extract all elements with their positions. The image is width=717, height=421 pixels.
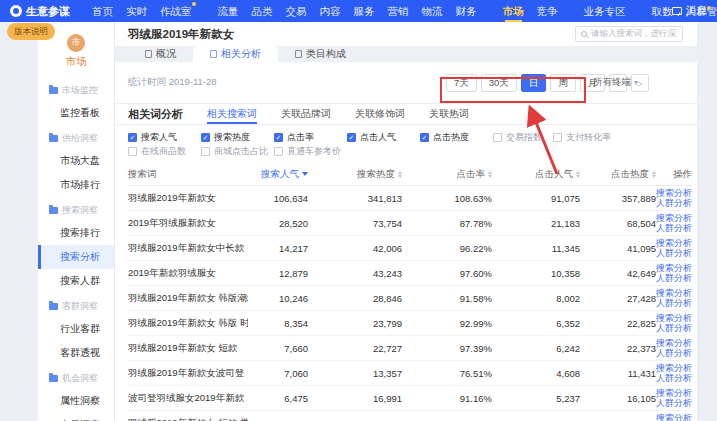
sidebar-item-4-0[interactable]: 属性洞察 xyxy=(38,389,114,413)
checkbox-icon xyxy=(493,133,502,142)
action-link-1[interactable]: 人群分析 xyxy=(656,398,692,408)
subtab-1[interactable]: 关联品牌词 xyxy=(281,104,331,124)
cell-click_popularity: 91,075 xyxy=(492,193,580,204)
action-link-0[interactable]: 搜索分析 xyxy=(656,213,692,223)
folder-icon xyxy=(49,135,58,142)
metric-label: 商城点击占比 xyxy=(214,145,268,158)
granularity-0[interactable]: 日 xyxy=(521,74,547,92)
sidebar-item-2-0[interactable]: 搜索排行 xyxy=(38,221,114,245)
column-header-5[interactable]: 点击热度 xyxy=(580,168,656,181)
action-link-1[interactable]: 人群分析 xyxy=(656,323,692,333)
metric-r1-2[interactable]: ✓点击率 xyxy=(274,131,347,144)
action-link-1[interactable]: 人群分析 xyxy=(656,223,692,233)
nav-item-7[interactable]: 内容 xyxy=(320,0,341,22)
action-link-0[interactable]: 搜索分析 xyxy=(656,288,692,298)
metric-r1-4[interactable]: ✓点击热度 xyxy=(420,131,493,144)
page-tabs: 概况相关分析类目构成 xyxy=(115,46,697,62)
nav-item-9[interactable]: 营销 xyxy=(388,0,409,22)
nav-item-5[interactable]: 品类 xyxy=(252,0,273,22)
sidebar-item-1-0[interactable]: 市场大盘 xyxy=(38,149,114,173)
search-input[interactable]: 请输入搜索词，进行深度分析 xyxy=(575,26,683,42)
metric-label: 支付转化率 xyxy=(566,131,611,144)
cell-term: 羽绒服2019年新款女 韩版潮款 xyxy=(128,292,248,305)
cell-click_popularity: 4,226 xyxy=(492,418,580,421)
tab-0[interactable]: 概况 xyxy=(128,46,193,62)
action-link-0[interactable]: 搜索分析 xyxy=(656,238,692,248)
action-link-1[interactable]: 人群分析 xyxy=(656,348,692,358)
column-header-3[interactable]: 点击率 xyxy=(402,168,492,181)
sidebar-group-label: 机会洞察 xyxy=(62,372,98,385)
nav-item-18[interactable]: 取数 xyxy=(652,0,673,22)
column-header-4[interactable]: 点击人气 xyxy=(492,168,580,181)
quick-range-1[interactable]: 30天 xyxy=(481,74,517,92)
subtab-2[interactable]: 关联修饰词 xyxy=(355,104,405,124)
cell-search_heat: 341,813 xyxy=(308,193,402,204)
metric-r2-2[interactable]: 直通车参考价 xyxy=(274,145,347,158)
sidebar-item-0-0[interactable]: 监控看板 xyxy=(38,101,114,125)
action-link-1[interactable]: 人群分析 xyxy=(656,373,692,383)
sidebar-item-4-1[interactable]: 产品洞察 xyxy=(38,413,114,421)
nav-item-6[interactable]: 交易 xyxy=(286,0,307,22)
sidebar-item-2-2[interactable]: 搜索人群 xyxy=(38,269,114,293)
metric-r2-0[interactable]: 在线商品数 xyxy=(128,145,201,158)
nav-item-8[interactable]: 服务 xyxy=(354,0,375,22)
cell-actions: 搜索分析人群分析 xyxy=(656,188,692,209)
quick-range-0[interactable]: 7天 xyxy=(446,74,477,92)
granularity-1[interactable]: 周 xyxy=(550,74,576,92)
sidebar-item-3-0[interactable]: 行业客群 xyxy=(38,317,114,341)
sidebar-item-1-1[interactable]: 市场排行 xyxy=(38,173,114,197)
action-link-0[interactable]: 搜索分析 xyxy=(656,388,692,398)
action-link-1[interactable]: 人群分析 xyxy=(656,298,692,308)
action-link-0[interactable]: 搜索分析 xyxy=(656,413,692,421)
column-header-1[interactable]: 搜索人气 xyxy=(248,168,308,181)
cell-search_heat: 43,243 xyxy=(308,268,402,279)
nav-item-1[interactable]: 实时 xyxy=(126,0,147,22)
content-panel: 统计时间 2019-11-28 7天30天日周月<> 所有终端 ▾ 相关词分析 … xyxy=(115,62,697,421)
metric-r1-6[interactable]: 支付转化率 xyxy=(553,131,626,144)
action-link-0[interactable]: 搜索分析 xyxy=(656,338,692,348)
messages-button[interactable]: 消息 xyxy=(672,4,707,18)
metric-r1-1[interactable]: ✓搜索热度 xyxy=(201,131,274,144)
nav-item-14[interactable]: 竞争 xyxy=(537,0,558,22)
app-logo[interactable]: 生意参谋 xyxy=(10,4,70,19)
action-link-1[interactable]: 人群分析 xyxy=(656,248,692,258)
version-badge[interactable]: 版本说明 xyxy=(7,23,55,40)
sidebar-group-1: 供给洞察 xyxy=(38,125,114,149)
subtab-3[interactable]: 关联热词 xyxy=(429,104,469,124)
metric-r1-0[interactable]: ✓搜索人气 xyxy=(128,131,201,144)
action-link-1[interactable]: 人群分析 xyxy=(656,198,692,208)
cell-click_popularity: 4,608 xyxy=(492,368,580,379)
subtab-0[interactable]: 相关搜索词 xyxy=(207,104,257,124)
action-link-0[interactable]: 搜索分析 xyxy=(656,188,692,198)
column-header-0[interactable]: 搜索词 xyxy=(128,168,248,181)
metric-r1-3[interactable]: ✓点击人气 xyxy=(347,131,420,144)
sidebar-item-2-1[interactable]: 搜索分析 xyxy=(38,245,114,269)
app-logo-icon xyxy=(10,5,22,17)
tab-1[interactable]: 相关分析 xyxy=(193,46,278,62)
cell-search_popularity: 7,060 xyxy=(248,368,308,379)
metric-r2-1[interactable]: 商城点击占比 xyxy=(201,145,274,158)
nav-item-16[interactable]: 业务专区 xyxy=(584,0,626,22)
nav-item-13[interactable]: 市场 xyxy=(503,0,524,22)
column-header-2[interactable]: 搜索热度 xyxy=(308,168,402,181)
sidebar-group-label: 搜索洞察 xyxy=(62,204,98,217)
terminal-select[interactable]: 所有终端 ▾ xyxy=(593,76,638,89)
column-header-6[interactable]: 操作 xyxy=(656,168,692,181)
nav-item-2[interactable]: 作战室 xyxy=(160,0,192,22)
nav-item-4[interactable]: 流量 xyxy=(218,0,239,22)
document-icon xyxy=(210,50,217,58)
sidebar-item-3-1[interactable]: 客群透视 xyxy=(38,341,114,365)
cell-actions: 搜索分析人群分析 xyxy=(656,413,692,421)
section-title: 相关词分析 xyxy=(128,107,183,122)
metric-r1-5[interactable]: 交易指数 xyxy=(493,131,553,144)
nav-item-11[interactable]: 财务 xyxy=(456,0,477,22)
tab-2[interactable]: 类目构成 xyxy=(278,46,363,62)
action-link-0[interactable]: 搜索分析 xyxy=(656,363,692,373)
action-link-1[interactable]: 人群分析 xyxy=(656,273,692,283)
nav-item-10[interactable]: 物流 xyxy=(422,0,443,22)
cell-search_heat: 22,727 xyxy=(308,343,402,354)
action-link-0[interactable]: 搜索分析 xyxy=(656,313,692,323)
action-link-0[interactable]: 搜索分析 xyxy=(656,263,692,273)
checkbox-icon: ✓ xyxy=(347,133,356,142)
nav-item-0[interactable]: 首页 xyxy=(92,0,113,22)
